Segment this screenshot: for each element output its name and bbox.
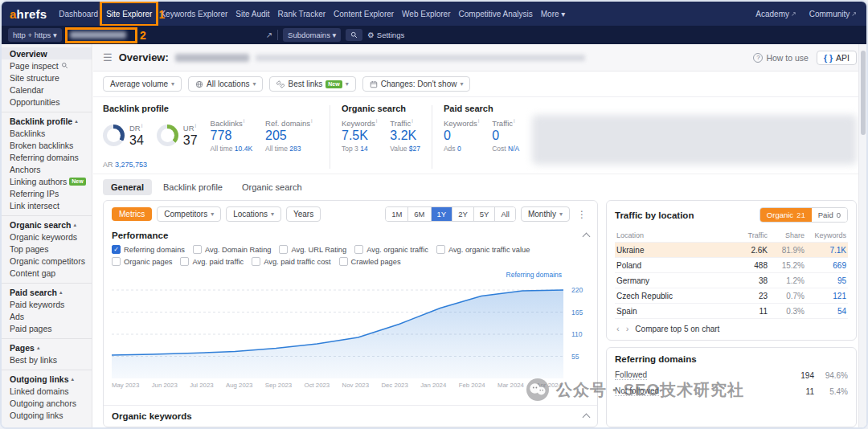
checkbox-unchecked-icon[interactable] <box>354 245 363 254</box>
sidebar-item-broken-backlinks[interactable]: Broken backlinks <box>2 139 92 151</box>
organic-toggle-button[interactable]: Organic21 <box>760 208 812 222</box>
sidebar-item-content-gap[interactable]: Content gap <box>2 267 92 279</box>
sidebar-item-outgoing-links[interactable]: Outgoing links <box>2 409 92 421</box>
traffic-row-poland[interactable]: Poland48815.2%669 <box>615 258 848 273</box>
perf-checkbox-avg-url-rating[interactable]: Avg. URL Rating <box>279 245 346 254</box>
perf-checkbox-organic-pages[interactable]: Organic pages <box>112 257 172 266</box>
sidebar-item-link-intersect[interactable]: Link intersect <box>2 199 92 211</box>
target-domain-input[interactable]: 2 <box>67 29 136 42</box>
perf-checkbox-referring-domains[interactable]: ✓Referring domains <box>112 245 185 254</box>
locations-dropdown[interactable]: Locations▾ <box>226 206 281 222</box>
perf-checkbox-avg-paid-traffic-cost[interactable]: Avg. paid traffic cost <box>252 257 330 266</box>
checkbox-unchecked-icon[interactable] <box>436 245 445 254</box>
nav-item-content-explorer[interactable]: Content Explorer <box>330 2 398 26</box>
perf-checkbox-avg-organic-traffic[interactable]: Avg. organic traffic <box>354 245 428 254</box>
nav-item-competitive-analysis[interactable]: Competitive Analysis <box>455 2 537 26</box>
collapse-icon[interactable] <box>583 414 591 422</box>
referring-domains-chart[interactable]: 55110165220 <box>112 280 597 380</box>
traffic-row-spain[interactable]: Spain110.3%54 <box>615 304 848 319</box>
tab-organic-search[interactable]: Organic search <box>234 179 310 195</box>
subdomains-dropdown[interactable]: Subdomains ▾ <box>283 28 341 42</box>
sidebar-item-linking-authors[interactable]: Linking authorsNew <box>2 175 92 187</box>
paid-toggle-button[interactable]: Paid0 <box>812 208 847 222</box>
checkbox-unchecked-icon[interactable] <box>252 257 260 266</box>
nav-item-community[interactable]: Community↗ <box>808 10 858 18</box>
how-to-use-button[interactable]: ?How to use <box>753 53 809 63</box>
traffic-row-czech-republic[interactable]: Czech Republic230.7%121 <box>615 288 848 304</box>
filter-all-locations[interactable]: All locations▾ <box>188 76 263 92</box>
sidebar-item-ads[interactable]: Ads <box>2 310 92 322</box>
filter-changes[interactable]: Changes: Don't show▾ <box>362 76 471 92</box>
nav-item-keywords-explorer[interactable]: Keywords Explorer <box>156 2 231 26</box>
checkbox-unchecked-icon[interactable] <box>279 245 288 254</box>
range-6m[interactable]: 6M <box>408 207 431 221</box>
next-page-icon[interactable]: › <box>626 324 629 333</box>
nav-item-site-audit[interactable]: Site Audit <box>231 2 273 26</box>
traffic-row-germany[interactable]: Germany381.2%95 <box>615 273 848 288</box>
backlinks-metric[interactable]: Backlinksi 778 All time 10.4K <box>211 118 252 153</box>
nav-item-dashboard[interactable]: Dashboard <box>55 2 102 26</box>
paid-keywords-metric[interactable]: Keywordsi 0 Ads 0 <box>444 118 479 153</box>
sidebar-item-best-by-links[interactable]: Best by links <box>2 353 92 366</box>
sidebar-section-backlink-profile[interactable]: Backlink profile▴ <box>2 112 92 127</box>
sidebar-item-site-structure[interactable]: Site structure <box>2 72 92 84</box>
prev-page-icon[interactable]: ‹ <box>616 324 620 333</box>
sidebar-section-pages[interactable]: Pages▴ <box>2 338 92 353</box>
ahrefs-rank-metric[interactable]: AR 3,275,753 <box>103 161 147 169</box>
sidebar-section-outgoing-links[interactable]: Outgoing links▴ <box>2 370 92 385</box>
nav-item-academy[interactable]: Academy↗ <box>754 10 797 18</box>
paid-traffic-metric[interactable]: Traffici 0 Cost N/A <box>492 118 519 153</box>
sidebar-item-paid-keywords[interactable]: Paid keywords <box>2 298 92 310</box>
checkbox-unchecked-icon[interactable] <box>180 257 189 266</box>
scrollbar-thumb[interactable] <box>861 51 866 135</box>
checkbox-unchecked-icon[interactable] <box>112 257 121 266</box>
checkbox-unchecked-icon[interactable] <box>339 257 348 266</box>
filter-average-volume[interactable]: Average volume▾ <box>103 76 182 92</box>
nav-item-site-explorer[interactable]: Site Explorer1 <box>102 2 156 26</box>
range-all[interactable]: All <box>495 207 515 221</box>
nav-item-more[interactable]: More ▾ <box>537 2 570 26</box>
granularity-dropdown[interactable]: Monthly▾ <box>521 206 570 222</box>
organic-keywords-section[interactable]: Organic keywords <box>104 405 597 427</box>
sidebar-item-organic-keywords[interactable]: Organic keywords <box>2 231 92 243</box>
kebab-menu-icon[interactable]: ⋮ <box>575 209 589 220</box>
protocol-dropdown[interactable]: http + https ▾ <box>8 28 62 42</box>
collapse-sidebar-icon[interactable]: ☰ <box>103 51 113 63</box>
organic-keywords-metric[interactable]: Keywordsi 7.5K Top 3 14 <box>342 118 377 153</box>
nav-item-rank-tracker[interactable]: Rank Tracker <box>274 2 330 26</box>
filter-best-links[interactable]: Best links New ▾ <box>269 76 355 92</box>
sidebar-item-referring-domains[interactable]: Referring domains <box>2 151 92 163</box>
sidebar-item-linked-domains[interactable]: Linked domains <box>2 385 92 397</box>
organic-traffic-metric[interactable]: Traffici 3.2K Value $27 <box>390 118 420 153</box>
range-2y[interactable]: 2Y <box>452 207 474 221</box>
range-1y[interactable]: 1Y <box>432 207 453 221</box>
sidebar-section-organic-search[interactable]: Organic search▴ <box>2 215 92 231</box>
collapse-icon[interactable] <box>583 233 591 241</box>
competitors-dropdown[interactable]: Competitors▾ <box>157 206 221 222</box>
search-button[interactable] <box>346 29 362 41</box>
open-in-new-tab-icon[interactable]: ↗ <box>266 31 272 39</box>
domain-rating-metric[interactable]: DRi34 <box>103 118 144 153</box>
tab-backlink-profile[interactable]: Backlink profile <box>155 179 231 195</box>
settings-button[interactable]: ⚙Settings <box>367 31 404 39</box>
perf-checkbox-avg-domain-rating[interactable]: Avg. Domain Rating <box>193 245 272 254</box>
tab-general[interactable]: General <box>103 179 152 195</box>
range-5y[interactable]: 5Y <box>474 207 496 221</box>
url-rating-metric[interactable]: URi37 <box>157 118 198 153</box>
perf-checkbox-crawled-pages[interactable]: Crawled pages <box>339 257 401 266</box>
perf-checkbox-avg-organic-traffic-value[interactable]: Avg. organic traffic value <box>436 245 530 254</box>
ahrefs-logo[interactable]: ahrefs <box>10 7 47 21</box>
sidebar-item-top-pages[interactable]: Top pages <box>2 243 92 255</box>
range-1m[interactable]: 1M <box>386 207 408 221</box>
refdom-row-followed[interactable]: Followed19494.6% <box>615 367 848 383</box>
metrics-button[interactable]: Metrics <box>112 207 152 221</box>
years-button[interactable]: Years <box>286 206 321 222</box>
sidebar-item-opportunities[interactable]: Opportunities <box>2 96 92 108</box>
nav-item-web-explorer[interactable]: Web Explorer <box>398 2 454 26</box>
sidebar-item-referring-ips[interactable]: Referring IPs <box>2 187 92 199</box>
sidebar-item-page-inspect[interactable]: Page inspect <box>2 59 92 72</box>
compare-top5-link[interactable]: Compare top 5 on chart <box>635 325 719 333</box>
sidebar-item-outgoing-anchors[interactable]: Outgoing anchors <box>2 397 92 409</box>
sidebar-item-overview[interactable]: Overview <box>2 47 92 59</box>
sidebar-section-paid-search[interactable]: Paid search▴ <box>2 283 92 298</box>
